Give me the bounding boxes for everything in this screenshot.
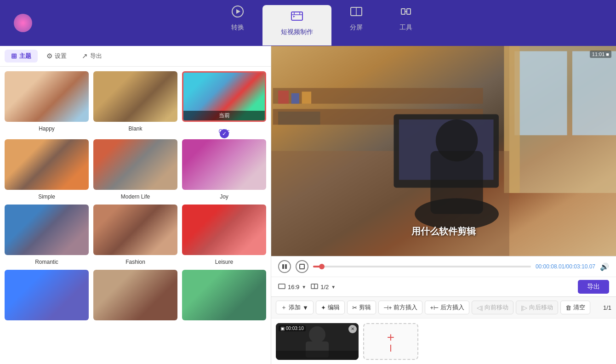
edit-icon: ✦ <box>321 304 326 311</box>
page-value: 1/2 <box>320 284 329 290</box>
tab-convert-label: 转换 <box>231 23 244 32</box>
page-icon <box>311 283 318 291</box>
page-dropdown-icon: ▼ <box>331 284 336 290</box>
theme-thumb-fashion <box>93 205 177 255</box>
tab-tools-label: 工具 <box>399 23 412 32</box>
clip-close-button[interactable]: ✕ <box>348 325 357 333</box>
clear-button[interactable]: 🗑 清空 <box>560 301 590 314</box>
svg-rect-25 <box>300 264 304 269</box>
svg-rect-4 <box>401 9 405 14</box>
sub-tabs: ⊞ 主题 ⚙ 设置 ↗ 导出 <box>0 46 271 67</box>
add-dropdown-icon: ▼ <box>302 304 308 311</box>
video-preview: 11:01 ■ 用什么软件剪辑 <box>271 46 616 256</box>
split-screen-icon <box>350 5 363 21</box>
theme-label-blank: Blank <box>128 125 142 132</box>
move-forward-label: 向前移动 <box>485 303 508 312</box>
cut-button[interactable]: ✂ 剪辑 <box>347 301 376 314</box>
timeline-clip[interactable]: ✕ ▣ 00:03:10 <box>276 323 359 360</box>
svg-rect-21 <box>302 91 312 103</box>
theme-item-modern-life[interactable]: Modern Life <box>93 139 177 200</box>
move-forward-button: ◁| 向前移动 <box>472 301 513 314</box>
convert-icon <box>231 5 244 21</box>
clip-duration-icon: ▣ <box>280 326 286 331</box>
tab-convert[interactable]: 转换 <box>213 0 262 46</box>
sub-tab-export-label: 导出 <box>90 52 102 60</box>
volume-icon[interactable]: 🔊 <box>600 262 609 271</box>
move-backward-label: 向后移动 <box>529 303 553 312</box>
move-backward-icon: |▷ <box>521 304 527 311</box>
svg-rect-32 <box>276 351 359 360</box>
tab-split-screen-label: 分屏 <box>350 23 363 32</box>
chic-check-icon: ✓ <box>220 129 229 138</box>
theme-item-leisure[interactable]: Leisure <box>182 205 266 265</box>
theme-label-happy: Happy <box>39 125 55 132</box>
tab-tools[interactable]: 工具 <box>381 0 431 46</box>
edit-button[interactable]: ✦ 编辑 <box>316 301 345 314</box>
theme-item-extra2[interactable] <box>93 270 177 324</box>
logo-area <box>9 9 37 37</box>
tab-short-video[interactable]: 短视频制作 <box>262 5 331 46</box>
tab-split-screen[interactable]: 分屏 <box>331 0 381 46</box>
theme-item-blank[interactable]: Blank <box>93 71 177 135</box>
theme-thumb-romantic <box>5 205 89 255</box>
sub-tab-settings-label: 设置 <box>55 52 67 60</box>
time-display: 00:00:08.01/00:03:10.07 <box>536 263 595 270</box>
theme-label-leisure: Leisure <box>215 259 233 265</box>
theme-thumb-chic: 当前 <box>182 71 266 122</box>
insert-after-button[interactable]: +⊢ 后方插入 <box>425 301 469 314</box>
video-time-top: 11:01 ■ <box>590 51 611 58</box>
bottom-toolbar: ＋ 添加 ▼ ✦ 编辑 ✂ 剪辑 ⊣+ 前方插入 +⊢ 后方插入 ◁| <box>271 296 616 318</box>
theme-item-romantic[interactable]: Romantic <box>5 205 89 265</box>
svg-rect-8 <box>572 51 616 135</box>
settings-icon: ⚙ <box>46 52 52 60</box>
theme-item-joy[interactable]: Joy <box>182 139 266 200</box>
move-backward-button: |▷ 向后移动 <box>516 301 558 314</box>
theme-grid: Happy Blank 当前 ✓ Chic <box>5 71 266 324</box>
room-scene-svg <box>271 46 616 256</box>
theme-item-extra1[interactable] <box>5 270 89 324</box>
pause-button[interactable] <box>278 260 291 273</box>
video-background: 11:01 ■ 用什么软件剪辑 <box>271 46 616 256</box>
theme-item-fashion[interactable]: Fashion <box>93 205 177 265</box>
short-video-icon <box>291 10 303 25</box>
progress-dot <box>319 264 325 269</box>
svg-rect-26 <box>279 284 285 289</box>
current-badge: 当前 <box>183 111 265 120</box>
theme-label-fashion: Fashion <box>125 259 145 265</box>
clear-label: 清空 <box>573 303 585 312</box>
add-label: 添加 <box>289 303 301 312</box>
svg-rect-20 <box>291 93 299 104</box>
main-layout: ⊞ 主题 ⚙ 设置 ↗ 导出 Happy <box>0 46 616 364</box>
ratio-icon <box>278 283 285 291</box>
theme-item-extra3[interactable] <box>182 270 266 324</box>
insert-before-button[interactable]: ⊣+ 前方插入 <box>378 301 423 314</box>
export-button[interactable]: 导出 <box>578 280 609 294</box>
add-button[interactable]: ＋ 添加 ▼ <box>276 301 314 314</box>
theme-item-happy[interactable]: Happy <box>5 71 89 135</box>
tab-short-video-label: 短视频制作 <box>281 28 313 36</box>
theme-thumb-joy <box>182 139 266 190</box>
sub-tab-export[interactable]: ↗ 导出 <box>75 50 108 63</box>
progress-bar[interactable] <box>313 266 531 267</box>
move-forward-icon: ◁| <box>477 304 483 311</box>
clip-duration: ▣ 00:03:10 <box>279 325 306 331</box>
clip-duration-value: 00:03:10 <box>286 326 304 331</box>
insert-before-icon: ⊣+ <box>383 304 392 311</box>
theme-item-chic[interactable]: 当前 ✓ Chic <box>182 71 266 135</box>
theme-item-simple[interactable]: Simple <box>5 139 89 200</box>
svg-marker-1 <box>236 9 240 14</box>
left-panel: ⊞ 主题 ⚙ 设置 ↗ 导出 Happy <box>0 46 271 364</box>
theme-thumb-blank <box>93 71 177 122</box>
stop-button[interactable] <box>296 260 308 273</box>
right-panel: 11:01 ■ 用什么软件剪辑 00:00:08.01/00:03: <box>271 46 616 364</box>
sub-tab-theme[interactable]: ⊞ 主题 <box>5 50 38 63</box>
add-clip-button[interactable]: + <box>363 323 418 360</box>
theme-label-simple: Simple <box>38 193 55 200</box>
page-number: 1/1 <box>603 304 611 311</box>
tools-icon <box>399 5 412 21</box>
ratio-select[interactable]: 16:9 ▼ <box>278 283 306 291</box>
svg-point-30 <box>309 326 325 343</box>
svg-rect-23 <box>282 264 284 269</box>
page-select[interactable]: 1/2 ▼ <box>311 283 336 291</box>
sub-tab-settings[interactable]: ⚙ 设置 <box>40 50 73 63</box>
